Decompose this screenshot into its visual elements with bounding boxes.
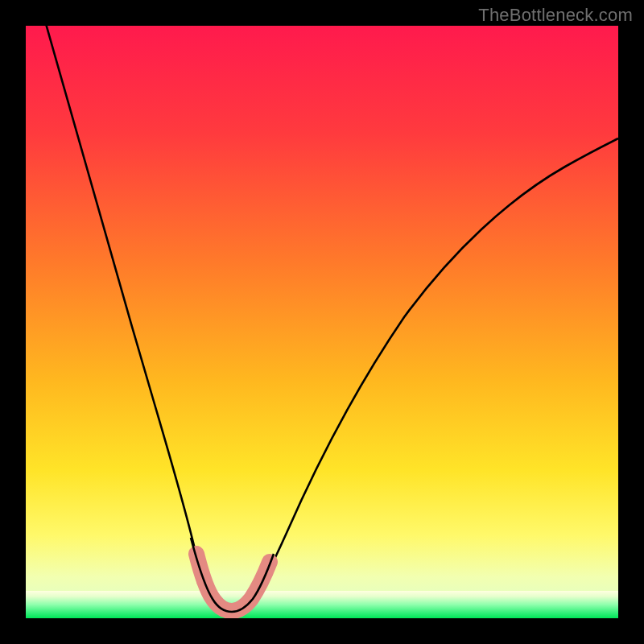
plot-area [26,26,618,618]
green-safe-band [26,591,618,618]
watermark-text: TheBottleneck.com [478,5,633,26]
chart-frame: TheBottleneck.com [0,0,644,644]
plot-svg [26,26,618,618]
gradient-background [26,26,618,618]
